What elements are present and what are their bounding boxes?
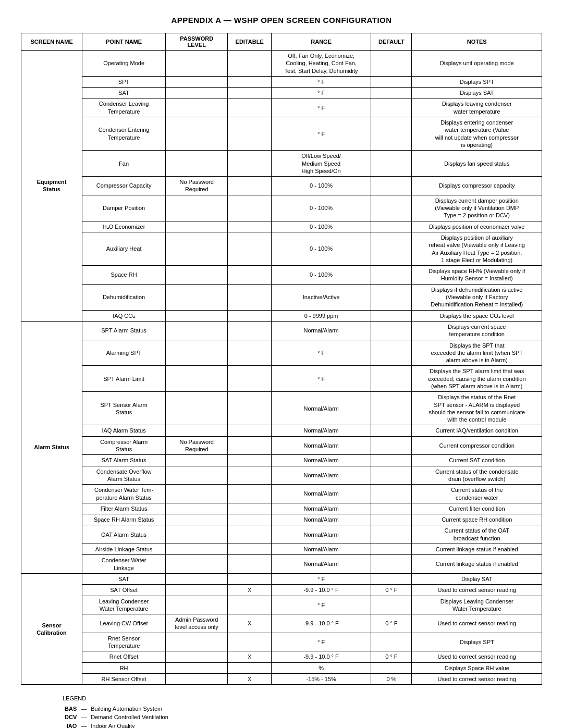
- point-name-cell: Fan: [82, 151, 166, 177]
- editable-cell: [228, 392, 271, 425]
- legend-desc: Indoor Air Quality: [89, 722, 170, 728]
- editable-cell: [228, 485, 271, 503]
- point-name-cell: Condenser WaterLinkage: [82, 555, 166, 574]
- editable-cell: [228, 596, 271, 614]
- editable-cell: [228, 88, 271, 98]
- point-name-cell: OAT Alarm Status: [82, 525, 166, 544]
- password-cell: [165, 284, 227, 310]
- notes-cell: Displays current damper position(Viewabl…: [412, 195, 542, 221]
- range-cell: ° F: [271, 76, 371, 87]
- password-cell: No PasswordRequired: [165, 436, 227, 455]
- notes-cell: Displays current spacetemperature condit…: [412, 321, 542, 340]
- page-title: APPENDIX A — WSHP OPEN SCREEN CONFIGURAT…: [21, 16, 542, 24]
- editable-cell: [228, 340, 271, 366]
- default-cell: [371, 51, 412, 77]
- col-header-range: RANGE: [271, 33, 371, 51]
- password-cell: [165, 321, 227, 340]
- point-name-cell: Space RH Alarm Status: [82, 514, 166, 525]
- password-cell: [165, 485, 227, 503]
- password-cell: [165, 555, 227, 574]
- range-cell: ° F: [271, 88, 371, 98]
- editable-cell: [228, 466, 271, 485]
- point-name-cell: H₂O Economizer: [82, 221, 166, 232]
- password-cell: [165, 455, 227, 466]
- default-cell: [371, 195, 412, 221]
- notes-cell: Current status of thecondenser water: [412, 485, 542, 503]
- default-cell: [371, 436, 412, 455]
- default-cell: [371, 117, 412, 151]
- password-cell: [165, 525, 227, 544]
- default-cell: [371, 392, 412, 425]
- password-cell: [165, 573, 227, 584]
- notes-cell: Displays SPT: [412, 76, 542, 87]
- password-cell: [165, 425, 227, 436]
- password-cell: [165, 544, 227, 555]
- default-cell: [371, 544, 412, 555]
- range-cell: 0 - 100%: [271, 232, 371, 265]
- legend-abbr: IAQ: [63, 722, 79, 728]
- point-name-cell: SPT Sensor AlarmStatus: [82, 392, 166, 425]
- editable-cell: [228, 503, 271, 514]
- notes-cell: Display SAT: [412, 573, 542, 584]
- point-name-cell: SPT: [82, 76, 166, 87]
- range-cell: Normal/Alarm: [271, 525, 371, 544]
- col-header-point: POINT NAME: [82, 33, 166, 51]
- notes-cell: Displays leaving condenserwater temperat…: [412, 98, 542, 117]
- default-cell: [371, 232, 412, 265]
- range-cell: Normal/Alarm: [271, 544, 371, 555]
- point-name-cell: SAT Offset: [82, 585, 166, 596]
- editable-cell: [228, 425, 271, 436]
- password-cell: [165, 673, 227, 684]
- notes-cell: Displays the SPT thatexceeded the alarm …: [412, 340, 542, 366]
- password-cell: [165, 117, 227, 151]
- editable-cell: [228, 232, 271, 265]
- editable-cell: [228, 310, 271, 321]
- range-cell: Normal/Alarm: [271, 392, 371, 425]
- range-cell: -9.9 - 10.0 ° F: [271, 585, 371, 596]
- point-name-cell: Condensate OverflowAlarm Status: [82, 466, 166, 485]
- notes-cell: Current IAQ/ventilation condition: [412, 425, 542, 436]
- legend-section: LEGEND BAS—Building Automation SystemDCV…: [21, 695, 542, 728]
- col-header-editable: EDITABLE: [228, 33, 271, 51]
- default-cell: [371, 503, 412, 514]
- notes-cell: Displays fan speed status: [412, 151, 542, 177]
- password-cell: [165, 514, 227, 525]
- range-cell: Normal/Alarm: [271, 425, 371, 436]
- range-cell: Normal/Alarm: [271, 466, 371, 485]
- notes-cell: Used to correct sensor reading: [412, 614, 542, 633]
- point-name-cell: IAQ CO₂: [82, 310, 166, 321]
- legend-desc: Demand Controlled Ventilation: [89, 713, 170, 721]
- password-cell: [165, 232, 227, 265]
- editable-cell: [228, 366, 271, 392]
- editable-cell: [228, 284, 271, 310]
- default-cell: [371, 573, 412, 584]
- notes-cell: Used to correct sensor reading: [412, 585, 542, 596]
- editable-cell: [228, 544, 271, 555]
- editable-cell: [228, 266, 271, 285]
- password-cell: [165, 651, 227, 662]
- notes-cell: Displays space RH% (Viewable only ifHumi…: [412, 266, 542, 285]
- editable-cell: X: [228, 614, 271, 633]
- notes-cell: Current filter condition: [412, 503, 542, 514]
- legend-abbr: DCV: [63, 713, 79, 721]
- range-cell: Normal/Alarm: [271, 455, 371, 466]
- default-cell: [371, 76, 412, 87]
- default-cell: 0 ° F: [371, 614, 412, 633]
- editable-cell: [228, 573, 271, 584]
- range-cell: ° F: [271, 98, 371, 117]
- notes-cell: Current linkage status if enabled: [412, 544, 542, 555]
- default-cell: [371, 366, 412, 392]
- col-header-notes: NOTES: [412, 33, 542, 51]
- default-cell: [371, 88, 412, 98]
- notes-cell: Current space RH condition: [412, 514, 542, 525]
- point-name-cell: Filter Alarm Status: [82, 503, 166, 514]
- notes-cell: Displays SPT: [412, 633, 542, 651]
- range-cell: ° F: [271, 596, 371, 614]
- default-cell: [371, 151, 412, 177]
- editable-cell: [228, 525, 271, 544]
- point-name-cell: Condenser EnteringTemperature: [82, 117, 166, 151]
- point-name-cell: Condenser LeavingTemperature: [82, 98, 166, 117]
- default-cell: [371, 555, 412, 574]
- notes-cell: Used to correct sensor reading: [412, 673, 542, 684]
- screen-name-cell: SensorCalibration: [21, 573, 82, 684]
